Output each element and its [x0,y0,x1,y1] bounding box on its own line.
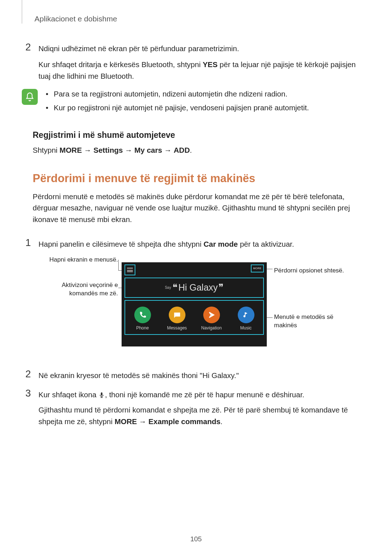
text: Kur shfaqet dritarja e kërkesës Bluetoot… [38,60,203,69]
step-2-para: Kur shfaqet dritarja e kërkesës Bluetoot… [38,59,363,82]
text: Kur shfaqet ikona [38,390,98,399]
text: Shtypni [33,146,60,154]
path-mycars: My cars [134,146,162,154]
arrow-icon: → [137,417,148,426]
step-number: 1 [25,237,38,250]
page-content: Aplikacionet e dobishme 2 Ndiqni udhëzim… [0,0,392,446]
callout-more: Përdorni opsionet shtesë. [274,267,347,275]
more-bold: MORE [115,417,137,426]
note-block: • Para se ta regjistroni automjetin, ndi… [22,88,363,116]
note-text: Para se ta regjistroni automjetin, ndize… [54,88,287,100]
hamburger-icon [127,268,133,272]
section-header: Aplikacionet e dobishme [34,15,363,23]
step-2: 2 Ndiqni udhëzimet në ekran për të përfu… [25,41,363,54]
path-more: MORE [60,146,82,154]
step-text: Ndiqni udhëzimet në ekran për të përfund… [38,41,363,54]
bullet-icon: • [46,102,54,114]
nav-path: Shtypni MORE → Settings → My cars → ADD. [33,144,363,156]
note-item: • Para se ta regjistroni automjetin, ndi… [46,88,363,100]
yes-bold: YES [203,60,217,69]
page-number: 105 [0,535,392,543]
left-margin-rule [22,0,22,24]
arrow-icon: → [123,146,134,154]
arrow-icon: → [82,146,94,154]
text: , thoni një komandë me zë për të hapur m… [105,390,304,399]
subheading: Regjistrimi i më shumë automjeteve [33,130,363,140]
hi-galaxy-text: Hi Galaxy [177,282,218,293]
close-quote-icon: ❞ [219,282,224,293]
intro-para: Përdorni menutë e metodës së makinës duk… [33,191,363,225]
callout-voice: Aktivizoni veçorinë e komandës me zë. [45,281,118,298]
svg-rect-0 [101,393,103,396]
callout-modes: Menutë e metodës së makinës [274,313,350,330]
step-number: 3 [25,387,38,427]
path-settings: Settings [93,146,123,154]
note-bell-icon [22,89,38,105]
app-phone[interactable]: Phone [127,307,159,331]
car-mode-diagram: Hapni ekranin e menusë. Aktivizoni veçor… [45,256,350,357]
step-b2: 2 Në ekranin kryesor të metodës së makin… [25,368,363,381]
app-label: Music [240,325,252,331]
callout-menu: Hapni ekranin e menusë. [45,256,118,264]
voice-prompt-area[interactable]: Say ❝ Hi Galaxy ❞ [124,278,264,298]
navigation-icon [203,307,220,323]
arrow-icon: → [162,146,174,154]
text: për ta aktivizuar. [238,240,294,248]
mic-icon [98,390,105,397]
dot: . [190,146,192,154]
step-text: Hapni panelin e cilësimeve të shpejta dh… [38,237,363,250]
app-label: Phone [136,325,149,331]
open-quote-icon: ❝ [172,282,177,293]
menu-button[interactable] [124,264,135,275]
app-messages[interactable]: Messages [161,307,193,331]
step-b1: 1 Hapni panelin e cilësimeve të shpejta … [25,237,363,250]
note-text: Kur po regjistroni një automjet në pajis… [54,102,309,114]
phone-icon [134,307,151,323]
music-icon [238,307,254,323]
step-b3: 3 Kur shfaqet ikona , thoni një komandë … [25,387,363,427]
app-label: Navigation [201,325,222,331]
say-label: Say [165,286,171,290]
top-bar: MORE [122,262,267,278]
more-button[interactable]: MORE [251,264,264,272]
text: Hapni panelin e cilësimeve të shpejta dh… [38,240,204,248]
car-mode-bold: Car mode [204,240,238,248]
heading-2: Përdorimi i menuve të regjimit të makinë… [33,172,363,185]
app-label: Messages [167,325,187,331]
lead-line [118,260,119,270]
app-navigation[interactable]: Navigation [196,307,228,331]
car-mode-screen: MORE Say ❝ Hi Galaxy ❞ Phone [122,262,267,346]
path-add: ADD [174,146,190,154]
app-row: Phone Messages Navigation [124,300,264,335]
example-commands-bold: Example commands [148,417,220,426]
step-text: Në ekranin kryesor të metodës së makinës… [38,368,363,381]
note-list: • Para se ta regjistroni automjetin, ndi… [46,88,363,116]
step-number: 2 [25,368,38,381]
messages-icon [169,307,185,323]
app-music[interactable]: Music [230,307,262,331]
step-text: Kur shfaqet ikona , thoni një komandë me… [38,387,363,427]
step-number: 2 [25,41,38,54]
note-item: • Kur po regjistroni një automjet në paj… [46,102,363,114]
dot: . [220,417,222,426]
bullet-icon: • [46,88,54,100]
